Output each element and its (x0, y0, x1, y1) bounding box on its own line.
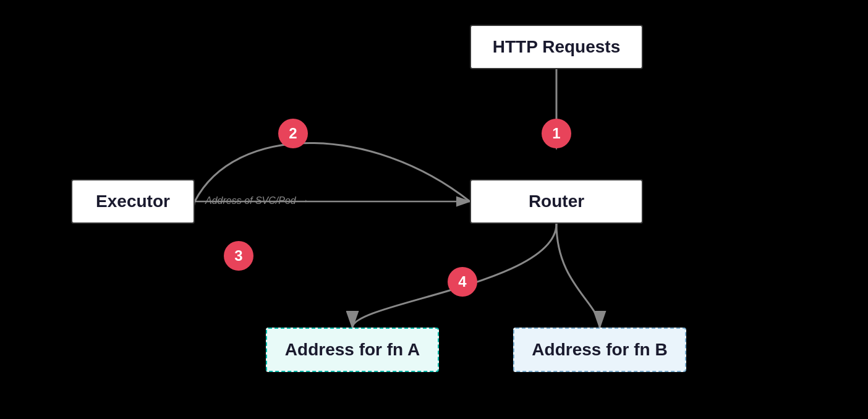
badge-4-label: 4 (458, 273, 466, 290)
arrow-router-to-fn-b (556, 224, 600, 328)
router-box: Router (470, 179, 643, 224)
badge-3-label: 3 (234, 247, 242, 265)
step-badge-3: 3 (224, 241, 253, 271)
http-requests-label: HTTP Requests (493, 37, 620, 57)
fn-b-label: Address for fn B (532, 340, 667, 360)
arrow-router-to-executor (195, 143, 470, 202)
svc-pod-label: Address of SVC/Pod → (205, 195, 308, 206)
badge-2-label: 2 (289, 125, 297, 142)
diagram-container: HTTP Requests Router Executor Address fo… (0, 0, 868, 419)
executor-label: Executor (96, 192, 170, 211)
fn-b-box: Address for fn B (513, 328, 686, 372)
fn-a-label: Address for fn A (285, 340, 420, 360)
http-requests-box: HTTP Requests (470, 25, 643, 69)
badge-1-label: 1 (552, 125, 560, 142)
step-badge-4: 4 (448, 267, 477, 297)
executor-box: Executor (71, 179, 195, 224)
fn-a-box: Address for fn A (266, 328, 439, 372)
router-label: Router (529, 192, 584, 211)
step-badge-1: 1 (542, 119, 571, 148)
step-badge-2: 2 (278, 119, 308, 148)
